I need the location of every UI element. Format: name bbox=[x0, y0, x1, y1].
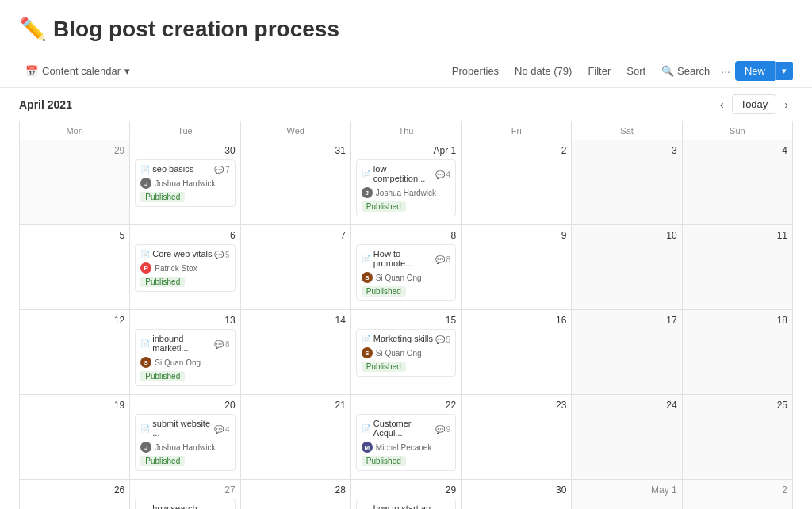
event-author: SSi Quan Ong bbox=[362, 347, 450, 358]
calendar-cell-2-2[interactable]: 14 bbox=[241, 310, 351, 394]
calendar-header: April 2021 ‹ Today › bbox=[0, 88, 812, 121]
calendar-cell-3-1[interactable]: 20📄submit website ...💬 4JJoshua Hardwick… bbox=[130, 395, 240, 479]
calendar-cell-1-3[interactable]: 8📄How to promote...💬 8SSi Quan OngPublis… bbox=[351, 225, 462, 309]
status-badge: Published bbox=[362, 362, 406, 372]
avatar: J bbox=[140, 442, 151, 453]
day-header-thu: Thu bbox=[351, 121, 462, 140]
date-number-1-2: 7 bbox=[246, 230, 346, 241]
comment-icon: 💬 bbox=[435, 170, 445, 179]
status-badge: Published bbox=[362, 456, 406, 466]
no-date-button[interactable]: No date (79) bbox=[508, 62, 578, 80]
calendar-cell-4-6[interactable]: 2 bbox=[683, 480, 793, 509]
next-month-button[interactable]: › bbox=[779, 95, 793, 114]
event-title-1-3-0: 📄How to promote... bbox=[362, 249, 435, 268]
day-header-wed: Wed bbox=[241, 121, 351, 140]
calendar-cell-0-5[interactable]: 3 bbox=[572, 140, 682, 224]
calendar-cell-1-1[interactable]: 6📄Core web vitals💬 5PPatrick StoxPublish… bbox=[130, 225, 240, 309]
calendar-cell-1-2[interactable]: 7 bbox=[241, 225, 351, 309]
new-button[interactable]: New bbox=[735, 61, 775, 81]
event-title-1-1-0: 📄Core web vitals bbox=[140, 249, 212, 258]
calendar-cell-0-3[interactable]: Apr 1📄low competition...💬 4JJoshua Hardw… bbox=[351, 140, 462, 224]
date-number-4-0: 26 bbox=[25, 484, 124, 496]
event-card-3-3-0[interactable]: 📄Customer Acqui...💬 9MMichal PecanekPubl… bbox=[356, 414, 456, 471]
event-title-4-1-0: 📄how search engi... bbox=[140, 503, 214, 509]
calendar-cell-0-6[interactable]: 4 bbox=[683, 140, 793, 224]
prev-month-button[interactable]: ‹ bbox=[715, 95, 729, 114]
calendar-cell-0-1[interactable]: 30📄seo basics💬 7JJoshua HardwickPublishe… bbox=[130, 140, 240, 224]
search-icon: 🔍 bbox=[661, 65, 674, 77]
event-author: PPatrick Stox bbox=[140, 262, 229, 274]
calendar-cell-3-5[interactable]: 24 bbox=[572, 395, 682, 479]
date-number-0-1: 30 bbox=[135, 145, 235, 156]
date-number-2-4: 16 bbox=[466, 315, 566, 326]
event-card-4-3-0[interactable]: 📄how to start an ...💬 3JJoshua HardwickA… bbox=[356, 499, 456, 509]
calendar-cell-1-4[interactable]: 9 bbox=[462, 225, 572, 309]
view-selector-button[interactable]: 📅 Content calendar ▾ bbox=[19, 62, 136, 80]
new-dropdown-button[interactable]: ▾ bbox=[775, 62, 793, 80]
calendar-cell-1-0[interactable]: 5 bbox=[20, 225, 130, 309]
calendar-cell-4-4[interactable]: 30 bbox=[462, 480, 572, 509]
calendar-cell-2-3[interactable]: 15📄Marketing skills💬 5SSi Quan OngPublis… bbox=[351, 310, 462, 394]
event-card-0-3-0[interactable]: 📄low competition...💬 4JJoshua HardwickPu… bbox=[356, 159, 456, 216]
calendar-cell-0-0[interactable]: 29 bbox=[20, 140, 130, 224]
calendar-week-3: 1920📄submit website ...💬 4JJoshua Hardwi… bbox=[20, 395, 793, 480]
event-title-0-1-0: 📄seo basics bbox=[140, 164, 193, 174]
event-card-2-3-0[interactable]: 📄Marketing skills💬 5SSi Quan OngPublishe… bbox=[356, 329, 456, 377]
calendar-cell-2-1[interactable]: 13📄inbound marketi...💬 8SSi Quan OngPubl… bbox=[130, 310, 240, 394]
sort-button[interactable]: Sort bbox=[620, 62, 652, 80]
date-number-1-4: 9 bbox=[466, 230, 566, 241]
calendar-cell-1-6[interactable]: 11 bbox=[683, 225, 793, 309]
calendar-cell-0-4[interactable]: 2 bbox=[462, 140, 572, 224]
more-icon: ··· bbox=[721, 65, 730, 78]
calendar-cell-3-4[interactable]: 23 bbox=[462, 395, 572, 479]
calendar-icon: 📅 bbox=[25, 65, 38, 77]
calendar-cell-2-0[interactable]: 12 bbox=[20, 310, 130, 394]
document-icon: 📄 bbox=[140, 339, 150, 348]
calendar-cell-3-0[interactable]: 19 bbox=[20, 395, 130, 479]
date-number-3-1: 20 bbox=[135, 400, 235, 411]
event-card-4-1-0[interactable]: 📄how search engi...💬 6JJoshua HardwickFi… bbox=[135, 499, 235, 509]
calendar-cell-2-6[interactable]: 18 bbox=[683, 310, 793, 394]
comment-icon: 💬 bbox=[214, 340, 224, 349]
date-number-4-4: 30 bbox=[466, 484, 566, 496]
calendar-cell-4-3[interactable]: 29📄how to start an ...💬 3JJoshua Hardwic… bbox=[351, 480, 462, 509]
calendar-cell-3-3[interactable]: 22📄Customer Acqui...💬 9MMichal PecanekPu… bbox=[351, 395, 462, 479]
date-number-0-2: 31 bbox=[246, 145, 346, 156]
calendar-cell-4-5[interactable]: May 1 bbox=[572, 480, 682, 509]
filter-button[interactable]: Filter bbox=[581, 62, 617, 80]
date-number-1-6: 11 bbox=[688, 230, 787, 241]
calendar-cell-3-2[interactable]: 21 bbox=[241, 395, 351, 479]
event-card-3-1-0[interactable]: 📄submit website ...💬 4JJoshua HardwickPu… bbox=[135, 414, 235, 471]
more-options-button[interactable]: ··· bbox=[719, 65, 732, 78]
calendar-grid: Mon Tue Wed Thu Fri Sat Sun 2930📄seo bas… bbox=[0, 121, 812, 509]
properties-button[interactable]: Properties bbox=[446, 62, 505, 80]
calendar-cell-3-6[interactable]: 25 bbox=[683, 395, 793, 479]
search-button[interactable]: 🔍 Search bbox=[655, 62, 716, 80]
calendar-cell-4-0[interactable]: 26 bbox=[20, 480, 130, 509]
day-header-tue: Tue bbox=[130, 121, 240, 140]
calendar-cell-0-2[interactable]: 31 bbox=[241, 140, 351, 224]
calendar-cell-1-5[interactable]: 10 bbox=[572, 225, 682, 309]
day-header-sat: Sat bbox=[572, 121, 682, 140]
today-button[interactable]: Today bbox=[732, 94, 777, 114]
status-badge: Published bbox=[140, 371, 185, 381]
event-card-1-3-0[interactable]: 📄How to promote...💬 8SSi Quan OngPublish… bbox=[356, 244, 456, 301]
page-container: ✏️ Blog post creation process 📅 Content … bbox=[0, 0, 812, 509]
calendar-cell-4-2[interactable]: 28 bbox=[241, 480, 351, 509]
document-icon: 📄 bbox=[140, 250, 150, 258]
avatar: S bbox=[362, 347, 373, 358]
calendar-cell-2-5[interactable]: 17 bbox=[572, 310, 682, 394]
event-card-0-1-0[interactable]: 📄seo basics💬 7JJoshua HardwickPublished bbox=[135, 159, 235, 207]
event-author: JJoshua Hardwick bbox=[140, 442, 229, 453]
author-name: Michal Pecanek bbox=[376, 443, 432, 452]
title-text: Blog post creation process bbox=[53, 17, 339, 42]
date-number-2-2: 14 bbox=[246, 315, 346, 326]
document-icon: 📄 bbox=[140, 424, 150, 433]
calendar-cell-2-4[interactable]: 16 bbox=[462, 310, 572, 394]
avatar: S bbox=[140, 357, 151, 368]
event-card-2-1-0[interactable]: 📄inbound marketi...💬 8SSi Quan OngPublis… bbox=[135, 329, 235, 386]
day-header-mon: Mon bbox=[20, 121, 130, 140]
event-author: SSi Quan Ong bbox=[140, 357, 229, 368]
event-card-1-1-0[interactable]: 📄Core web vitals💬 5PPatrick StoxPublishe… bbox=[135, 244, 235, 292]
calendar-cell-4-1[interactable]: 27📄how search engi...💬 6JJoshua Hardwick… bbox=[130, 480, 240, 509]
